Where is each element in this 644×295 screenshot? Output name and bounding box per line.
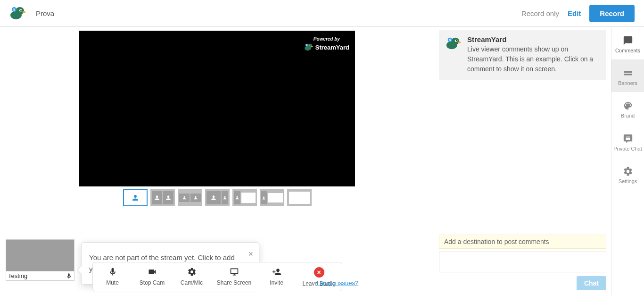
stop-cam-button[interactable]: Stop Cam <box>132 262 172 291</box>
sample-comment-body: Live viewer comments show up on StreamYa… <box>467 44 600 74</box>
cam-mic-button[interactable]: Cam/Mic <box>172 262 212 291</box>
layout-screen-small[interactable] <box>260 189 284 206</box>
header-left: Prova <box>9 5 54 22</box>
banner-icon <box>623 68 633 78</box>
layout-two[interactable] <box>150 189 175 206</box>
gear-icon <box>623 166 633 177</box>
tab-banners[interactable]: Banners <box>611 59 644 92</box>
tab-brand-label: Brand <box>621 113 635 119</box>
tab-private-chat-label: Private Chat <box>613 146 642 152</box>
record-only-label: Record only <box>521 9 559 17</box>
bottom-toolbar: Mute Stop Cam Cam/Mic Share Screen Invit… <box>92 262 342 291</box>
qa-icon <box>623 134 633 144</box>
close-icon[interactable]: × <box>248 247 253 261</box>
tab-brand[interactable]: Brand <box>611 92 644 125</box>
palette-icon <box>623 101 633 111</box>
comment-input[interactable] <box>439 252 606 272</box>
leave-studio-button[interactable]: × Leave Studio <box>297 262 342 291</box>
layout-leader[interactable] <box>205 189 230 206</box>
close-icon: × <box>314 267 324 278</box>
sample-comment-title: StreamYard <box>467 35 600 43</box>
mute-label: Mute <box>106 279 119 286</box>
main: Powered by StreamYard <box>0 27 644 295</box>
preview-name: Testing <box>8 272 27 279</box>
stop-cam-label: Stop Cam <box>140 279 165 286</box>
camera-icon <box>148 267 157 277</box>
gear-icon <box>187 267 197 277</box>
watermark-brand: StreamYard <box>315 44 349 51</box>
logo-icon <box>9 5 26 22</box>
tab-private-chat[interactable]: Private Chat <box>611 125 644 158</box>
layout-two-short[interactable] <box>178 189 202 206</box>
preview-label-row: Testing <box>6 271 74 281</box>
video-stage: Powered by StreamYard <box>79 31 355 186</box>
header-right: Record only Edit Record <box>521 5 635 22</box>
preview-video <box>6 239 74 271</box>
watermark-logo-icon <box>304 42 314 52</box>
header: Prova Record only Edit Record <box>0 0 644 27</box>
preview-card[interactable]: Testing <box>6 239 74 281</box>
tab-settings-label: Settings <box>619 178 637 185</box>
mute-button[interactable]: Mute <box>93 262 132 291</box>
sample-comment[interactable]: StreamYard Live viewer comments show up … <box>439 30 606 80</box>
side-tabs: Comments Banners Brand Private Chat Sett… <box>611 27 644 295</box>
layout-selector <box>0 189 434 206</box>
chat-icon <box>623 35 633 46</box>
invite-icon <box>272 267 281 277</box>
share-screen-label: Share Screen <box>217 279 251 286</box>
tab-settings[interactable]: Settings <box>611 158 644 190</box>
screen-icon <box>230 267 239 277</box>
stage-area: Powered by StreamYard <box>0 27 434 295</box>
watermark-powered-by: Powered by <box>304 36 349 42</box>
share-screen-button[interactable]: Share Screen <box>212 262 257 291</box>
stream-title: Prova <box>36 9 54 17</box>
tab-comments[interactable]: Comments <box>611 27 644 59</box>
cam-mic-label: Cam/Mic <box>181 279 203 286</box>
comments-panel: StreamYard Live viewer comments show up … <box>434 27 611 295</box>
sample-text-block: StreamYard Live viewer comments show up … <box>467 35 600 74</box>
invite-label: Invite <box>270 279 283 286</box>
invite-button[interactable]: Invite <box>257 262 297 291</box>
layout-screen-only[interactable] <box>287 189 312 206</box>
tab-banners-label: Banners <box>618 80 637 86</box>
layout-pip[interactable] <box>232 189 257 206</box>
edit-link[interactable]: Edit <box>568 9 581 17</box>
chat-button[interactable]: Chat <box>577 276 606 290</box>
having-issues-link[interactable]: Having issues? <box>317 279 358 287</box>
destination-bar[interactable]: Add a destination to post comments <box>439 235 606 249</box>
record-button[interactable]: Record <box>589 5 635 22</box>
streamyard-logo-icon <box>446 35 462 51</box>
mic-icon <box>108 267 117 277</box>
layout-solo[interactable] <box>123 189 148 206</box>
tab-comments-label: Comments <box>615 48 640 54</box>
watermark: Powered by StreamYard <box>304 36 349 52</box>
mic-icon <box>66 273 72 279</box>
